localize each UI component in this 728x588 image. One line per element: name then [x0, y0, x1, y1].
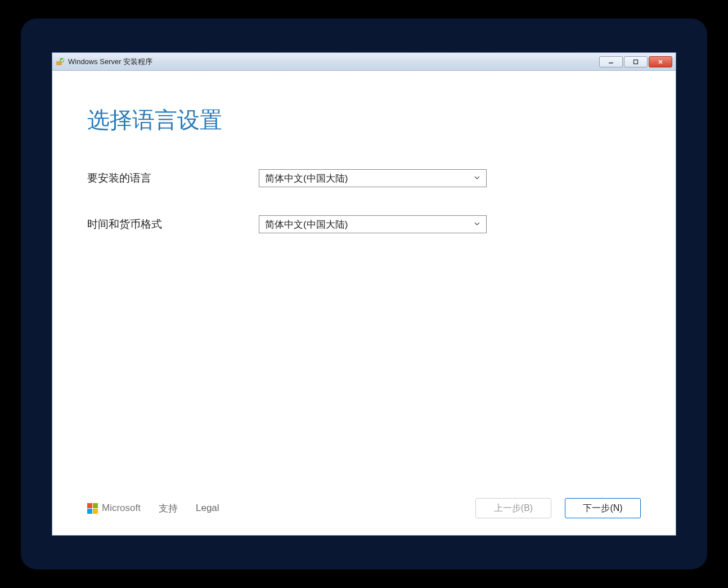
window-title: Windows Server 安装程序 — [68, 57, 599, 67]
minimize-button[interactable] — [599, 56, 623, 67]
next-button[interactable]: 下一步(N) — [565, 498, 641, 518]
window-controls — [599, 56, 672, 67]
footer-left: Microsoft 支持 Legal — [87, 502, 219, 515]
page-title: 选择语言设置 — [87, 105, 641, 135]
content-area: 选择语言设置 要安装的语言 简体中文(中国大陆) 时间和货币格式 简体中文(中国… — [52, 71, 676, 535]
language-label: 要安装的语言 — [87, 171, 259, 186]
locale-row: 时间和货币格式 简体中文(中国大陆) — [87, 215, 641, 233]
support-link[interactable]: 支持 — [159, 502, 178, 515]
language-row: 要安装的语言 简体中文(中国大陆) — [87, 169, 641, 187]
legal-link[interactable]: Legal — [196, 503, 219, 514]
app-icon — [56, 57, 65, 66]
chevron-down-icon — [474, 219, 480, 229]
microsoft-logo-icon — [87, 503, 98, 514]
locale-select[interactable]: 简体中文(中国大陆) — [259, 215, 487, 233]
back-button: 上一步(B) — [475, 498, 551, 518]
language-select[interactable]: 简体中文(中国大陆) — [259, 169, 487, 187]
footer-right: 上一步(B) 下一步(N) — [475, 498, 641, 518]
locale-value: 简体中文(中国大陆) — [265, 218, 348, 231]
footer: Microsoft 支持 Legal 上一步(B) 下一步(N) — [87, 487, 641, 518]
setup-window: Windows Server 安装程序 选择语言设置 要安装的语言 简体中文(中… — [52, 52, 676, 536]
language-value: 简体中文(中国大陆) — [265, 172, 348, 185]
maximize-button[interactable] — [624, 56, 648, 67]
microsoft-logo: Microsoft — [87, 503, 141, 514]
locale-label: 时间和货币格式 — [87, 217, 259, 232]
desktop-frame: Windows Server 安装程序 选择语言设置 要安装的语言 简体中文(中… — [21, 19, 707, 569]
svg-rect-3 — [634, 60, 638, 64]
titlebar: Windows Server 安装程序 — [52, 53, 676, 71]
microsoft-text: Microsoft — [102, 503, 141, 514]
close-button[interactable] — [649, 56, 672, 67]
chevron-down-icon — [474, 173, 480, 183]
